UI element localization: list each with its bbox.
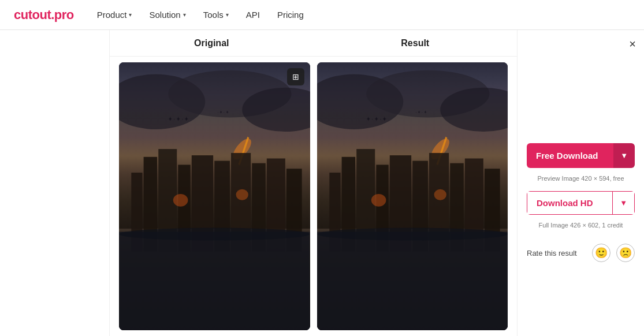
- rate-section: Rate this result 🙂 🙁: [527, 244, 635, 262]
- svg-point-19: [236, 189, 248, 200]
- logo-text-accent: pro: [54, 8, 74, 22]
- original-scene-svg: ✦ · ✦ · ✦ · ✦ · ✦: [119, 62, 310, 330]
- nav-solution-chevron: ▾: [183, 12, 186, 18]
- center-panel: Original Result: [110, 30, 517, 336]
- nav-item-solution[interactable]: Solution ▾: [149, 10, 185, 20]
- nav-item-tools[interactable]: Tools ▾: [203, 10, 229, 20]
- svg-text:· ✦ · ✦: · ✦ · ✦: [415, 109, 426, 115]
- svg-rect-38: [317, 232, 508, 330]
- free-download-row: Free Download ▼: [527, 143, 635, 168]
- original-image-container: ✦ · ✦ · ✦ · ✦ · ✦ ⊞: [119, 62, 310, 330]
- download-hd-dropdown-button[interactable]: ▼: [613, 191, 635, 215]
- svg-point-41: [434, 189, 446, 200]
- nav-links: Product ▾ Solution ▾ Tools ▾ API Pricing: [97, 10, 304, 20]
- close-button[interactable]: ×: [629, 38, 636, 50]
- download-hd-button[interactable]: Download HD: [527, 191, 613, 215]
- svg-text:· ✦ · ✦: · ✦ · ✦: [218, 109, 229, 115]
- svg-text:✦ · ✦ · ✦: ✦ · ✦ · ✦: [168, 115, 188, 122]
- nav-item-pricing[interactable]: Pricing: [277, 10, 304, 20]
- svg-point-40: [371, 194, 386, 207]
- result-image-container: ✦ · ✦ · ✦ · ✦ · ✦: [317, 62, 508, 330]
- svg-point-17: [119, 228, 310, 241]
- free-download-dropdown-icon: ▼: [620, 151, 628, 160]
- logo[interactable]: cutout.pro: [14, 8, 74, 23]
- comparison-header: Original Result: [110, 30, 517, 57]
- free-download-button[interactable]: Free Download: [527, 143, 613, 168]
- download-hd-row: Download HD ▼: [527, 191, 635, 215]
- result-header: Result: [314, 30, 518, 56]
- free-download-dropdown-button[interactable]: ▼: [613, 143, 635, 168]
- nav-api-label: API: [246, 10, 260, 20]
- download-section: Free Download ▼ Preview Image 420 × 594,…: [527, 143, 635, 262]
- nav-tools-chevron: ▾: [226, 12, 229, 18]
- navbar: cutout.pro Product ▾ Solution ▾ Tools ▾ …: [0, 0, 644, 30]
- preview-info: Preview Image 420 × 594, free: [527, 175, 635, 182]
- nav-solution-label: Solution: [149, 10, 180, 20]
- thumbs-down-button[interactable]: 🙁: [616, 244, 635, 262]
- crop-icon[interactable]: ⊞: [287, 68, 304, 85]
- svg-rect-16: [119, 232, 310, 330]
- nav-pricing-label: Pricing: [277, 10, 304, 20]
- main-content: Original Result: [0, 30, 644, 336]
- original-header: Original: [110, 30, 314, 56]
- result-image: ✦ · ✦ · ✦ · ✦ · ✦: [317, 62, 508, 330]
- logo-text-black: cutout.: [14, 8, 54, 22]
- thumbs-up-icon: 🙂: [595, 247, 608, 259]
- nav-item-api[interactable]: API: [246, 10, 260, 20]
- hd-info: Full Image 426 × 602, 1 credit: [527, 222, 635, 229]
- nav-product-label: Product: [97, 10, 127, 20]
- original-image: ✦ · ✦ · ✦ · ✦ · ✦ ⊞: [119, 62, 310, 330]
- svg-point-39: [317, 228, 508, 241]
- rate-label: Rate this result: [527, 249, 586, 257]
- download-hd-dropdown-icon: ▼: [620, 199, 627, 207]
- thumbs-up-button[interactable]: 🙂: [592, 244, 611, 262]
- svg-point-18: [173, 194, 188, 207]
- result-scene-svg: ✦ · ✦ · ✦ · ✦ · ✦: [317, 62, 508, 330]
- nav-product-chevron: ▾: [129, 12, 132, 18]
- svg-text:✦ · ✦ · ✦: ✦ · ✦ · ✦: [366, 115, 386, 122]
- sidebar: [0, 30, 110, 336]
- nav-item-product[interactable]: Product ▾: [97, 10, 132, 20]
- thumbs-down-icon: 🙁: [619, 247, 632, 259]
- right-panel: × Free Download ▼ Preview Image 420 × 59…: [517, 30, 644, 336]
- images-row: ✦ · ✦ · ✦ · ✦ · ✦ ⊞: [110, 57, 517, 336]
- nav-tools-label: Tools: [203, 10, 224, 20]
